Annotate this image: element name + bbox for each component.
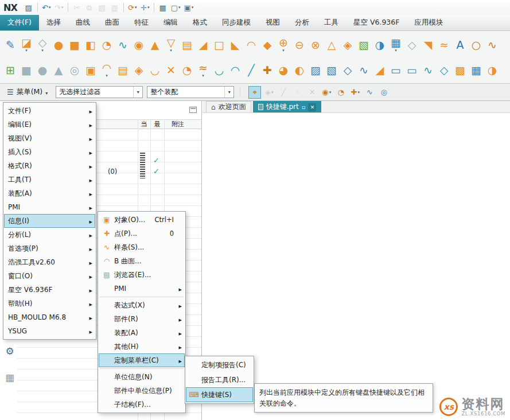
cube-icon[interactable]: ■: [18, 58, 34, 82]
checkmark-icon[interactable]: ✓: [153, 157, 159, 164]
thicken-icon[interactable]: ▤: [115, 58, 131, 82]
snap-point-on-curve-button[interactable]: ∿: [363, 86, 376, 99]
menu-item-information[interactable]: 信息(I): [4, 214, 95, 228]
tab-xingkong[interactable]: 星空 V6.936F: [346, 15, 407, 30]
menu-item-insert[interactable]: 插入(S): [4, 145, 95, 159]
menu-item-hb-mould[interactable]: HB_MOULD M6.8: [4, 310, 95, 324]
menu-item-spline-info[interactable]: ∿ 样条(S)...: [99, 240, 185, 254]
window-layout-button[interactable]: ▣: [183, 2, 195, 13]
menu-item-tools[interactable]: 工具(T): [4, 173, 95, 186]
menu-item-file[interactable]: 文件(F): [4, 104, 95, 118]
datum-axis-icon[interactable]: ◇: [404, 33, 420, 57]
split-body-icon[interactable]: ◈: [340, 33, 356, 57]
x-form-icon[interactable]: ▨: [307, 58, 324, 82]
snap-existing-point-button[interactable]: ✚: [349, 86, 361, 99]
enable-snap-point-button[interactable]: ⌖: [248, 86, 261, 99]
pattern-feature-icon[interactable]: ▦: [388, 33, 404, 57]
menu-item-shortcut-keys[interactable]: ⌨ 快捷键(S): [186, 387, 253, 402]
rib-icon[interactable]: ◢: [195, 33, 211, 57]
menu-item-report-tools[interactable]: 报告工具(R)...: [186, 372, 253, 387]
checkmark-icon[interactable]: ✓: [153, 168, 159, 175]
chamfer-icon[interactable]: ◆: [259, 33, 275, 57]
i-form-icon[interactable]: ▧: [324, 58, 340, 82]
menu-item-browser-info[interactable]: ▤ 浏览器(E)...: [99, 268, 185, 282]
unite-icon[interactable]: ⊕: [275, 33, 291, 57]
datum-plane-icon[interactable]: ◇: [34, 33, 50, 57]
menu-item-object-info[interactable]: ▣ 对象(O)... Ctrl+I: [99, 213, 185, 227]
helix-icon[interactable]: ∿: [484, 33, 500, 57]
tab-shortcut-prt[interactable]: 快捷键.prt ▫ ✕: [253, 101, 322, 112]
snap-midpoint-button[interactable]: ◦: [291, 86, 304, 99]
column-header-note[interactable]: 附注: [164, 120, 198, 129]
tab-curve[interactable]: 曲线: [68, 15, 98, 30]
menu-item-bsurface-info[interactable]: ◠ B 曲面...: [99, 254, 185, 268]
trim-body-icon[interactable]: △: [324, 33, 340, 57]
menu-item-assemblies[interactable]: 装配(A): [4, 186, 95, 200]
direct-sketch-icon[interactable]: ◪: [18, 33, 34, 57]
float-panel-button[interactable]: [189, 107, 197, 113]
capture-image-button[interactable]: ▩: [157, 2, 169, 13]
tab-file[interactable]: 文件(F): [0, 15, 39, 30]
block-icon[interactable]: ■: [67, 33, 83, 57]
menu-item-part-info[interactable]: 部件(R): [99, 312, 185, 326]
tab-application-modules[interactable]: 应用模块: [407, 15, 450, 30]
project-curve-icon[interactable]: ◡: [147, 58, 163, 82]
undo-button[interactable]: ↶: [41, 2, 52, 13]
close-tab-button[interactable]: ✕: [308, 103, 316, 111]
cone-icon[interactable]: ▲: [50, 58, 67, 82]
menu-button[interactable]: ☰ 菜单(M): [3, 86, 52, 98]
point-icon[interactable]: ✚: [259, 58, 275, 82]
intersect-icon[interactable]: ⊗: [307, 33, 324, 57]
rectangle-icon[interactable]: ▭: [404, 58, 420, 82]
swoop-icon[interactable]: ∿: [356, 58, 372, 82]
arc-icon[interactable]: ◠: [227, 58, 243, 82]
tab-format[interactable]: 格式: [185, 15, 215, 30]
patch-icon[interactable]: ▧: [356, 33, 372, 57]
menu-item-window[interactable]: 窗口(O): [4, 269, 95, 283]
tab-synchronous-modeling[interactable]: 同步建模: [215, 15, 258, 30]
offset-curve-icon[interactable]: ≈: [195, 58, 211, 82]
snap-center-button[interactable]: ◉: [320, 86, 333, 99]
styled-blend-icon[interactable]: ◐: [291, 58, 307, 82]
window-button[interactable]: ▢: [170, 2, 182, 13]
face-blend-icon[interactable]: ◕: [275, 58, 291, 82]
save-button[interactable]: ▨: [23, 2, 34, 13]
menu-item-custom-report[interactable]: 定制项报告(C): [186, 357, 253, 372]
extrude-icon[interactable]: ◧: [83, 33, 99, 57]
tube-icon[interactable]: ◎: [67, 58, 83, 82]
navigator-row-label[interactable]: (0): [108, 168, 117, 176]
menu-item-preferences[interactable]: 首选项(P): [4, 242, 95, 255]
menu-item-substructure[interactable]: 子结构(F)...: [99, 398, 185, 411]
menu-item-ysug[interactable]: YSUG: [4, 324, 95, 338]
menu-item-other-info[interactable]: 其他(H): [99, 340, 185, 353]
menu-item-unit-info[interactable]: 单位信息(N): [99, 370, 185, 384]
tab-edit[interactable]: 编辑: [156, 15, 185, 30]
quick-trim-icon[interactable]: ◑: [484, 58, 500, 82]
sketch-icon[interactable]: ✎: [2, 33, 18, 57]
through-curves-icon[interactable]: ≈: [436, 33, 452, 57]
menu-item-point-info[interactable]: ✚ 点(P)... 0: [99, 227, 185, 240]
swept-icon[interactable]: ∿: [115, 33, 131, 57]
selection-filter-combo[interactable]: 无选择过滤器: [56, 86, 143, 98]
snap-endpoint-button[interactable]: ╱: [277, 86, 290, 99]
pocket-icon[interactable]: ▽: [163, 33, 179, 57]
repeat-command-button[interactable]: ⟳: [127, 2, 138, 13]
column-header-current[interactable]: 当: [138, 120, 150, 129]
studio-spline-icon[interactable]: ∿: [420, 58, 436, 82]
menu-item-pmi-info[interactable]: PMI: [99, 282, 185, 295]
draft-icon[interactable]: ◣: [227, 33, 243, 57]
revolve-icon[interactable]: ◔: [99, 33, 115, 57]
pad-icon[interactable]: ▤: [179, 33, 195, 57]
menu-item-haoqiang-tools[interactable]: 浩强工具v2.60: [4, 255, 95, 269]
line-icon[interactable]: ╱: [243, 58, 259, 82]
library-grid-icon[interactable]: ▦: [3, 371, 17, 384]
menu-item-edit[interactable]: 编辑(E): [4, 118, 95, 131]
tab-feature[interactable]: 特征: [127, 15, 156, 30]
paste-special-button[interactable]: ▥: [109, 2, 120, 13]
section-curve-icon[interactable]: ◔: [179, 58, 195, 82]
menu-item-xingkong[interactable]: 星空 V6.936F: [4, 283, 95, 297]
menu-item-view[interactable]: 视图(V): [4, 131, 95, 145]
fill-surface-icon[interactable]: ▩: [452, 58, 468, 82]
redo-button[interactable]: ↷: [53, 2, 65, 13]
intersection-curve-icon[interactable]: ✕: [163, 58, 179, 82]
